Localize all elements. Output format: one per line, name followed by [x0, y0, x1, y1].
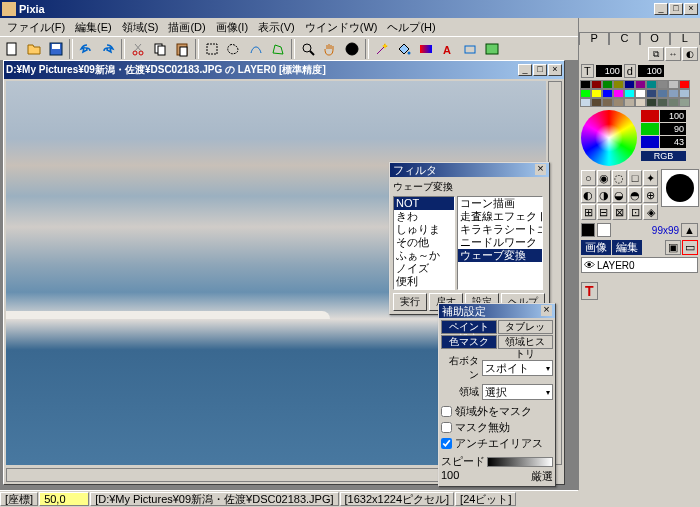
color-wheel[interactable] — [581, 110, 637, 166]
menu-view[interactable]: 表示(V) — [253, 20, 300, 35]
brush-d-icon[interactable]: ◓ — [628, 187, 643, 203]
palette-swatch[interactable] — [624, 98, 635, 107]
filter-item[interactable]: ニードルワーク — [458, 236, 542, 249]
aux-rb-combo[interactable]: スポイト — [482, 360, 553, 376]
brush-dot-icon[interactable]: ◌ — [612, 170, 627, 186]
fill-icon[interactable] — [394, 39, 414, 59]
palette-swatch[interactable] — [668, 89, 679, 98]
filter-run-button[interactable]: 実行 — [393, 293, 427, 311]
aux-tab-tablet[interactable]: タブレット — [498, 320, 554, 334]
rgb-label[interactable]: RGB — [641, 151, 686, 161]
undo-icon[interactable] — [76, 39, 96, 59]
palette-swatch[interactable] — [591, 80, 602, 89]
cycle-icon[interactable]: ◐ — [682, 47, 698, 61]
paste-icon[interactable] — [172, 39, 192, 59]
filter-icon[interactable] — [482, 39, 502, 59]
menu-edit[interactable]: 編集(E) — [70, 20, 117, 35]
aux-chk-maskoutside[interactable]: 領域外をマスク — [441, 404, 553, 419]
filter-cat-item[interactable]: しゅりま — [394, 223, 454, 236]
zoom-icon[interactable] — [298, 39, 318, 59]
menu-file[interactable]: ファイル(F) — [2, 20, 70, 35]
brush-f-icon[interactable]: ⊞ — [581, 204, 596, 220]
layertab-edit[interactable]: 編集 — [612, 240, 642, 255]
brush-a-icon[interactable]: ◐ — [581, 187, 596, 203]
doc-close-button[interactable]: × — [548, 64, 562, 76]
histogram-icon[interactable]: ⧉ — [648, 47, 664, 61]
copy-icon[interactable] — [150, 39, 170, 59]
brush-i-icon[interactable]: ⊡ — [628, 204, 643, 220]
select-free-icon[interactable] — [224, 39, 244, 59]
close-button[interactable]: × — [684, 3, 698, 15]
wand-icon[interactable] — [372, 39, 392, 59]
new-icon[interactable] — [2, 39, 22, 59]
save-icon[interactable] — [46, 39, 66, 59]
filter-cat-item[interactable]: きわ — [394, 210, 454, 223]
filter-item[interactable]: コーン描画 — [458, 197, 542, 210]
rgb-g[interactable]: 90 — [660, 123, 686, 135]
brush-star-icon[interactable]: ✦ — [643, 170, 658, 186]
filter-cat-item[interactable]: ふぁ～か — [394, 249, 454, 262]
side-tab-c[interactable]: C — [609, 32, 639, 45]
menu-help[interactable]: ヘルプ(H) — [382, 20, 440, 35]
color-palette[interactable] — [580, 80, 698, 107]
filter-name-list[interactable]: コーン描画走査線エフェクトキラキラシートエフェニードルワークウェーブ変換 — [457, 196, 543, 290]
filter-item[interactable]: ウェーブ変換 — [458, 249, 542, 262]
brush-c-icon[interactable]: ◒ — [612, 187, 627, 203]
layertab-image[interactable]: 画像 — [581, 240, 611, 255]
menu-region[interactable]: 領域(S) — [117, 20, 164, 35]
cut-icon[interactable] — [128, 39, 148, 59]
palette-swatch[interactable] — [624, 89, 635, 98]
palette-swatch[interactable] — [613, 98, 624, 107]
palette-swatch[interactable] — [602, 80, 613, 89]
gradient-icon[interactable] — [416, 39, 436, 59]
palette-swatch[interactable] — [580, 89, 591, 98]
layer-add-icon[interactable]: ▣ — [665, 240, 681, 255]
filter-cat-item[interactable]: その他 — [394, 236, 454, 249]
brush-up-icon[interactable]: ▲ — [681, 223, 698, 237]
menu-draw[interactable]: 描画(D) — [163, 20, 210, 35]
doc-maximize-button[interactable]: □ — [533, 64, 547, 76]
bg-swatch[interactable] — [597, 223, 611, 237]
redo-icon[interactable] — [98, 39, 118, 59]
palette-swatch[interactable] — [635, 80, 646, 89]
text-icon[interactable]: A — [438, 39, 458, 59]
open-icon[interactable] — [24, 39, 44, 59]
brush-j-icon[interactable]: ◈ — [643, 204, 658, 220]
aux-speed-slider[interactable] — [487, 457, 553, 467]
brush-round-icon[interactable]: ○ — [581, 170, 596, 186]
palette-swatch[interactable] — [591, 98, 602, 107]
aux-tab-history[interactable]: 領域ヒストリ — [498, 335, 554, 349]
palette-swatch[interactable] — [635, 98, 646, 107]
palette-swatch[interactable] — [679, 80, 690, 89]
palette-swatch[interactable] — [591, 89, 602, 98]
palette-swatch[interactable] — [613, 89, 624, 98]
palette-swatch[interactable] — [624, 80, 635, 89]
side-tab-p[interactable]: P — [579, 32, 609, 45]
select-rect-icon[interactable] — [202, 39, 222, 59]
palette-swatch[interactable] — [613, 80, 624, 89]
hand-icon[interactable] — [320, 39, 340, 59]
maximize-button[interactable]: □ — [669, 3, 683, 15]
eye-icon[interactable]: 👁 — [584, 259, 595, 271]
brush-e-icon[interactable]: ⊕ — [643, 187, 658, 203]
select-spline-icon[interactable] — [246, 39, 266, 59]
menu-window[interactable]: ウインドウ(W) — [300, 20, 383, 35]
palette-swatch[interactable] — [679, 98, 690, 107]
brush-g-icon[interactable]: ⊟ — [597, 204, 612, 220]
filter-close-icon[interactable]: × — [535, 164, 546, 175]
menu-image[interactable]: 画像(I) — [211, 20, 253, 35]
palette-swatch[interactable] — [657, 80, 668, 89]
layer-row[interactable]: 👁 LAYER0 — [581, 257, 698, 273]
swap-icon[interactable]: ↔ — [665, 47, 681, 61]
fg-swatch[interactable] — [581, 223, 595, 237]
select-poly-icon[interactable] — [268, 39, 288, 59]
text-tool-icon[interactable]: T — [581, 282, 598, 300]
shape-icon[interactable] — [460, 39, 480, 59]
filter-cat-item[interactable]: 便利 — [394, 275, 454, 288]
filter-cat-item[interactable]: 効果 — [394, 288, 454, 290]
aux-chk-antialias[interactable]: アンチエイリアス — [441, 436, 553, 451]
palette-swatch[interactable] — [646, 80, 657, 89]
palette-swatch[interactable] — [646, 98, 657, 107]
pen-t-value[interactable]: 100 — [596, 65, 622, 77]
rgb-b[interactable]: 43 — [660, 136, 686, 148]
